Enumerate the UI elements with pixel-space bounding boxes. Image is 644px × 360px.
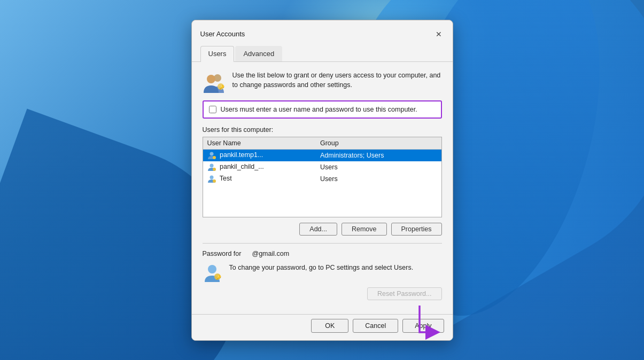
- users-section-label: Users for this computer:: [203, 126, 442, 134]
- col-username: User Name: [203, 137, 316, 150]
- svg-point-6: [210, 163, 213, 167]
- reset-password-button[interactable]: Reset Password...: [367, 287, 441, 300]
- user-group-cell: Administrators; Users: [316, 149, 441, 161]
- cancel-button[interactable]: Cancel: [353, 319, 398, 333]
- svg-point-9: [213, 179, 216, 183]
- ok-button[interactable]: OK: [311, 319, 348, 333]
- table-row[interactable]: Test Users: [203, 173, 441, 185]
- user-name-cell: pankil.temp1...: [203, 149, 316, 161]
- tab-advanced[interactable]: Advanced: [235, 46, 282, 61]
- users-group-icon: 🔑: [203, 71, 225, 93]
- password-info-row: 🔑 To change your password, go to PC sett…: [203, 263, 442, 282]
- apply-button[interactable]: Apply: [402, 319, 444, 333]
- svg-point-4: [210, 152, 213, 155]
- close-button[interactable]: ✕: [431, 27, 446, 42]
- bottom-buttons: OK Cancel Apply: [192, 314, 453, 340]
- action-buttons: Add... Remove Properties: [203, 223, 442, 236]
- checkbox-label[interactable]: Users must enter a user name and passwor…: [221, 106, 417, 113]
- svg-text:🔑: 🔑: [216, 275, 221, 280]
- svg-point-1: [207, 75, 215, 83]
- dialog-content: 🔑 Use the list below to grant or deny us…: [192, 62, 453, 314]
- user-accounts-dialog: User Accounts ✕ Users Advanced: [191, 20, 453, 341]
- user-name-cell: Test: [203, 173, 316, 185]
- user-table-container: User Name Group pankil.temp1...: [203, 137, 442, 217]
- password-for-label: Password for: [203, 250, 242, 257]
- dialog-title: User Accounts: [200, 30, 245, 38]
- password-user-icon: 🔑: [203, 263, 222, 282]
- user-table: User Name Group pankil.temp1...: [203, 137, 441, 217]
- title-bar: User Accounts ✕: [192, 20, 453, 42]
- user-name-cell: pankil_child_...: [203, 161, 316, 173]
- users-must-enter-password-checkbox[interactable]: [209, 106, 216, 113]
- password-email: @gmail.com: [252, 250, 289, 257]
- svg-point-7: [213, 168, 216, 171]
- table-empty-row: [203, 185, 441, 217]
- checkbox-section: Users must enter a user name and passwor…: [203, 100, 442, 119]
- password-section: Password for @gmail.com 🔑 To change your…: [203, 243, 442, 300]
- remove-button[interactable]: Remove: [342, 223, 387, 236]
- properties-button[interactable]: Properties: [391, 223, 442, 236]
- info-section: 🔑 Use the list below to grant or deny us…: [203, 71, 442, 93]
- tab-users[interactable]: Users: [200, 46, 235, 62]
- reset-btn-row: Reset Password...: [203, 287, 442, 300]
- svg-point-5: [213, 156, 216, 159]
- col-group: Group: [316, 137, 441, 150]
- tab-bar: Users Advanced: [192, 42, 453, 62]
- table-row[interactable]: pankil_child_... Users: [203, 161, 441, 173]
- password-description: To change your password, go to PC settin…: [229, 263, 414, 273]
- svg-point-8: [210, 175, 213, 179]
- svg-point-10: [208, 265, 216, 273]
- svg-text:🔑: 🔑: [219, 84, 224, 90]
- user-group-cell: Users: [316, 161, 441, 173]
- user-group-cell: Users: [316, 173, 441, 185]
- password-header: Password for @gmail.com: [203, 250, 442, 257]
- add-button[interactable]: Add...: [299, 223, 337, 236]
- table-row[interactable]: pankil.temp1... Administrators; Users: [203, 149, 441, 161]
- info-description: Use the list below to grant or deny user…: [232, 71, 442, 91]
